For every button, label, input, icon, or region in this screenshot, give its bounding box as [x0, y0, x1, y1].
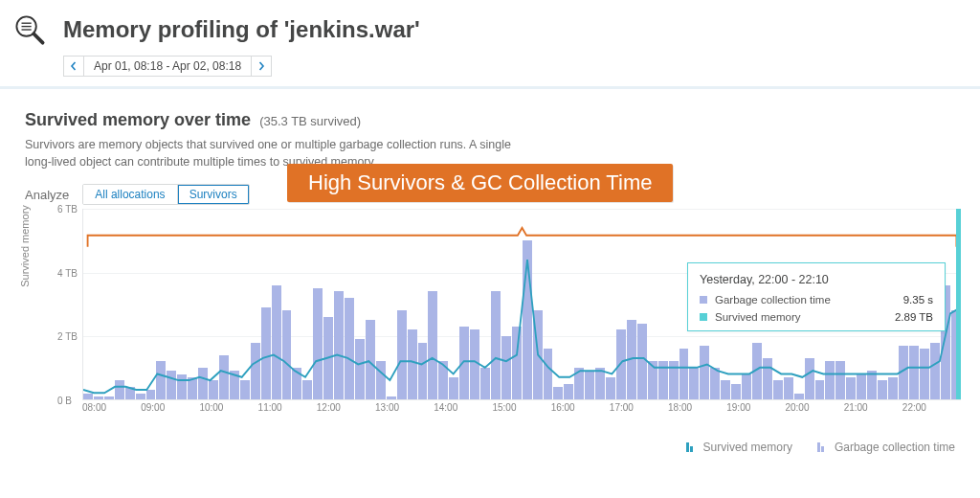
tab-survivors[interactable]: Survivors: [177, 185, 249, 204]
svg-line-1: [33, 34, 42, 42]
y-tick: 0 B: [57, 396, 72, 406]
section-title-text: Survived memory over time: [25, 110, 251, 129]
x-axis: 08:0009:0010:0011:0012:0013:0014:0015:00…: [82, 402, 961, 413]
legend-survived-memory[interactable]: Survived memory: [686, 441, 792, 454]
legend-gc-time[interactable]: Garbage collection time: [817, 441, 955, 454]
x-tick: 17:00: [610, 402, 668, 413]
chart-tooltip: Yesterday, 22:00 - 22:10 Garbage collect…: [687, 262, 946, 331]
tab-all-allocations[interactable]: All allocations: [83, 185, 176, 204]
plot-area[interactable]: Yesterday, 22:00 - 22:10 Garbage collect…: [82, 209, 961, 400]
tooltip-row: Garbage collection time 9.35 s: [700, 294, 933, 306]
legend-swatch-icon: [686, 442, 698, 452]
section-title: Survived memory over time (35.3 TB survi…: [25, 110, 961, 130]
x-tick: 09:00: [141, 402, 199, 413]
tooltip-row: Survived memory 2.89 TB: [700, 311, 933, 323]
inspect-icon: [13, 13, 46, 46]
x-tick: 21:00: [844, 402, 902, 413]
y-tick: 4 TB: [57, 268, 78, 279]
analyze-label: Analyze: [25, 188, 69, 202]
swatch-icon: [700, 296, 707, 304]
time-next-button[interactable]: [251, 56, 272, 77]
tooltip-title: Yesterday, 22:00 - 22:10: [700, 273, 933, 286]
time-range-display[interactable]: Apr 01, 08:18 - Apr 02, 08:18: [83, 56, 252, 77]
x-tick: 11:00: [258, 402, 317, 413]
y-tick: 2 TB: [57, 331, 78, 342]
x-tick: 18:00: [668, 402, 726, 413]
x-tick: 15:00: [492, 402, 550, 413]
x-tick: 10:00: [199, 402, 257, 413]
swatch-icon: [700, 313, 707, 321]
x-tick: 22:00: [902, 402, 961, 413]
survived-memory-section: Survived memory over time (35.3 TB survi…: [0, 89, 980, 464]
x-tick: 14:00: [434, 402, 492, 413]
x-tick: 20:00: [785, 402, 843, 413]
y-axis-label: Survived memory: [19, 205, 31, 287]
x-tick: 16:00: [551, 402, 610, 413]
page-title: Memory profiling of 'jenkins.war': [63, 16, 420, 43]
analyze-toggle: All allocations Survivors: [82, 184, 249, 205]
page-header: Memory profiling of 'jenkins.war' Apr 01…: [0, 0, 980, 89]
x-tick: 13:00: [375, 402, 434, 413]
chart-legend: Survived memory Garbage collection time: [25, 431, 961, 454]
time-prev-button[interactable]: [63, 56, 84, 77]
section-subtitle: (35.3 TB survived): [259, 114, 361, 128]
legend-swatch-icon: [817, 442, 829, 452]
y-tick: 6 TB: [57, 204, 78, 215]
time-range-nav: Apr 01, 08:18 - Apr 02, 08:18: [63, 56, 963, 77]
annotation-callout: High Survivors & GC Collection Time: [287, 164, 673, 202]
x-tick: 12:00: [317, 402, 375, 413]
current-time-marker: [956, 209, 961, 399]
x-tick: 19:00: [726, 402, 785, 413]
x-tick: 08:00: [82, 402, 141, 413]
survived-memory-chart[interactable]: Survived memory 0 B 2 TB 4 TB 6 TB Ye: [25, 209, 961, 431]
